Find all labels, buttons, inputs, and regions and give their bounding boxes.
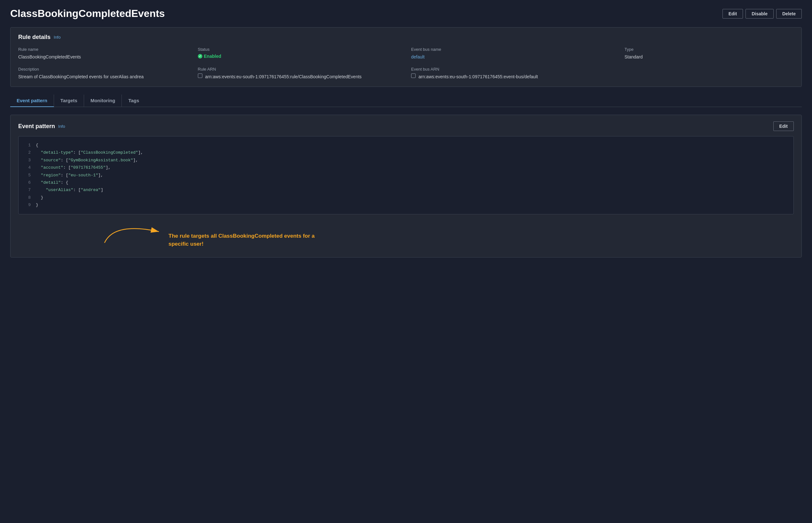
rule-details-info-link[interactable]: Info xyxy=(54,35,61,40)
code-line-2: 2 "detail-type": ["ClassBookingCompleted… xyxy=(25,149,787,156)
event-pattern-info-link[interactable]: Info xyxy=(58,124,65,129)
event-pattern-card: Event pattern Info Edit 1 { 2 "detail-ty… xyxy=(10,115,802,257)
tab-targets[interactable]: Targets xyxy=(54,94,84,107)
event-bus-arn-item: Event bus ARN arn:aws:events:eu-south-1:… xyxy=(411,67,614,80)
copy-icon[interactable] xyxy=(198,73,202,78)
rule-arn-value: arn:aws:events:eu-south-1:097176176455:r… xyxy=(198,73,401,80)
code-annotation-container: 1 { 2 "detail-type": ["ClassBookingCompl… xyxy=(18,136,794,251)
event-bus-name-value[interactable]: default xyxy=(411,54,614,60)
status-dot-icon xyxy=(198,54,202,58)
rule-details-card: Rule details Info Rule name ClassBooking… xyxy=(10,27,802,87)
description-value: Stream of ClassBookingCompleted events f… xyxy=(18,73,188,80)
code-line-5: 5 "region": ["eu-south-1"], xyxy=(25,172,787,179)
type-item: Type Standard xyxy=(624,47,794,60)
event-pattern-title: Event pattern Info xyxy=(18,123,65,130)
tab-event-pattern[interactable]: Event pattern xyxy=(10,94,54,107)
type-value: Standard xyxy=(624,54,794,60)
status-label: Status xyxy=(198,47,401,52)
disable-button[interactable]: Disable xyxy=(745,9,774,19)
rule-name-value: ClassBookingCompletedEvents xyxy=(18,54,188,60)
rule-name-item: Rule name ClassBookingCompletedEvents xyxy=(18,47,188,60)
description-item: Description Stream of ClassBookingComple… xyxy=(18,67,188,80)
code-line-8: 8 } xyxy=(25,194,787,201)
code-line-6: 6 "detail": { xyxy=(25,179,787,186)
annotation-text: The rule targets all ClassBookingComplet… xyxy=(169,232,328,248)
event-bus-arn-label: Event bus ARN xyxy=(411,67,614,72)
event-bus-arn-value: arn:aws:events:eu-south-1:097176176455:e… xyxy=(411,73,614,80)
code-line-4: 4 "account": ["097176176455"], xyxy=(25,164,787,171)
page-title: ClassBookingCompletedEvents xyxy=(10,8,165,19)
code-line-7: 7 "userAlias": ["andrea"] xyxy=(25,186,787,194)
rule-details-title: Rule details Info xyxy=(18,34,794,40)
tabs-container: Event pattern Targets Monitoring Tags xyxy=(10,94,802,107)
status-item: Status Enabled xyxy=(198,47,401,60)
code-block: 1 { 2 "detail-type": ["ClassBookingCompl… xyxy=(18,136,794,214)
rule-name-label: Rule name xyxy=(18,47,188,52)
tab-tags[interactable]: Tags xyxy=(122,94,145,107)
tab-monitoring[interactable]: Monitoring xyxy=(84,94,122,107)
status-badge: Enabled xyxy=(198,54,401,59)
event-bus-name-item: Event bus name default xyxy=(411,47,614,60)
edit-button[interactable]: Edit xyxy=(723,9,743,19)
annotation-arrow-svg xyxy=(101,216,172,248)
code-line-3: 3 "source": ["GymBookingAssistant.book"]… xyxy=(25,157,787,164)
event-bus-name-label: Event bus name xyxy=(411,47,614,52)
type-label: Type xyxy=(624,47,794,52)
delete-button[interactable]: Delete xyxy=(776,9,802,19)
copy-icon-2[interactable] xyxy=(411,73,416,78)
description-label: Description xyxy=(18,67,188,72)
event-pattern-edit-button[interactable]: Edit xyxy=(773,121,794,131)
header-actions: Edit Disable Delete xyxy=(723,9,802,19)
code-line-1: 1 { xyxy=(25,142,787,149)
rule-details-grid: Rule name ClassBookingCompletedEvents St… xyxy=(18,47,794,80)
event-pattern-header: Event pattern Info Edit xyxy=(18,121,794,131)
code-line-9: 9 } xyxy=(25,201,787,209)
rule-arn-item: Rule ARN arn:aws:events:eu-south-1:09717… xyxy=(198,67,401,80)
page-header: ClassBookingCompletedEvents Edit Disable… xyxy=(10,8,802,19)
rule-arn-label: Rule ARN xyxy=(198,67,401,72)
annotation-area: The rule targets all ClassBookingComplet… xyxy=(18,216,794,251)
